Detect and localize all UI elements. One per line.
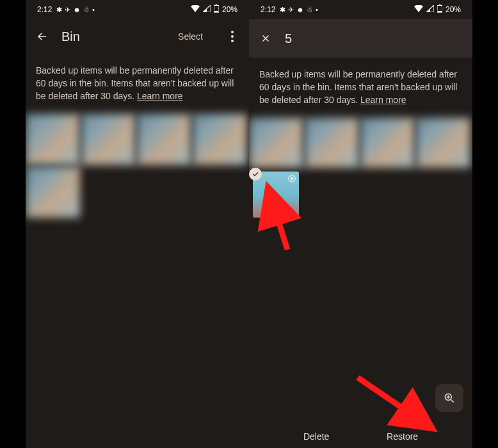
annotation-arrow-to-restore — [351, 371, 441, 438]
zoom-in-button[interactable] — [435, 384, 463, 412]
svg-rect-1 — [215, 4, 217, 6]
photo-thumb[interactable] — [193, 114, 247, 165]
status-time: 2:12 — [37, 5, 52, 14]
check-icon — [249, 168, 262, 180]
photo-thumb[interactable] — [26, 114, 80, 165]
info-banner: Backed up items will be permanently dele… — [26, 54, 249, 114]
learn-more-link[interactable]: Learn more — [137, 91, 183, 101]
battery-pct: 20% — [222, 5, 237, 14]
photo-thumb[interactable] — [26, 166, 80, 218]
svg-rect-8 — [438, 11, 442, 12]
photo-thumb[interactable] — [137, 114, 191, 165]
play-icon — [287, 174, 296, 186]
learn-more-link[interactable]: Learn more — [360, 95, 406, 105]
selection-top-bar: 5 — [249, 19, 472, 58]
select-button[interactable]: Select — [178, 31, 203, 42]
dot-icon: • — [316, 6, 318, 14]
svg-point-3 — [231, 31, 234, 33]
battery-icon — [214, 4, 219, 15]
battery-pct: 20% — [446, 5, 461, 14]
photo-grid — [249, 118, 472, 218]
status-bar: 2:12 ✱ ✈ ☻ ☃ • 20% — [26, 0, 249, 19]
telegram-icon: ✈ — [288, 6, 294, 14]
snowman-icon: ☃ — [307, 6, 313, 14]
info-banner: Backed up items will be permanently dele… — [249, 58, 472, 118]
right-padding — [472, 0, 498, 448]
page-title: Bin — [61, 29, 166, 44]
dot-icon: • — [92, 6, 95, 14]
face-icon: ☻ — [296, 6, 304, 14]
photo-thumb[interactable] — [360, 118, 415, 168]
battery-icon — [437, 4, 442, 15]
photo-thumb[interactable] — [305, 118, 359, 168]
phone-right: 2:12 ✱ ✈ ☻ ☃ • 20% 5 — [249, 0, 472, 448]
signal-icon — [426, 5, 434, 14]
photo-grid — [26, 114, 249, 218]
svg-rect-2 — [214, 11, 218, 12]
bottom-action-bar: Delete Restore — [249, 431, 472, 442]
status-bar: 2:12 ✱ ✈ ☻ ☃ • 20% — [249, 0, 472, 19]
close-icon[interactable] — [258, 31, 273, 46]
selection-count: 5 — [285, 31, 463, 46]
snowman-icon: ☃ — [83, 6, 90, 14]
restore-button[interactable]: Restore — [387, 431, 418, 442]
wifi-icon — [191, 5, 200, 14]
info-text: Backed up items will be permanently dele… — [36, 65, 234, 101]
face-icon: ☻ — [73, 6, 81, 14]
svg-point-5 — [231, 40, 234, 42]
telegram-icon: ✈ — [65, 6, 70, 14]
photo-thumb[interactable] — [416, 118, 470, 168]
slack-icon: ✱ — [56, 6, 62, 14]
status-notif-icons: ✱ ✈ ☻ ☃ • — [56, 6, 94, 14]
status-notif-icons: ✱ ✈ ☻ ☃ • — [280, 6, 317, 14]
more-menu-icon[interactable] — [225, 29, 240, 44]
delete-button[interactable]: Delete — [303, 431, 329, 442]
left-padding — [0, 0, 26, 448]
photo-thumb[interactable] — [81, 114, 136, 165]
wifi-icon — [414, 5, 423, 14]
status-time: 2:12 — [261, 5, 275, 14]
slack-icon: ✱ — [280, 6, 285, 14]
back-arrow-icon[interactable] — [35, 29, 50, 44]
info-text: Backed up items will be permanently dele… — [259, 69, 457, 105]
svg-point-4 — [231, 35, 234, 38]
photo-thumb-selected[interactable] — [253, 172, 299, 218]
svg-rect-7 — [438, 4, 440, 6]
top-bar: Bin Select — [26, 19, 249, 54]
phone-left: 2:12 ✱ ✈ ☻ ☃ • 20% Bin S — [26, 0, 249, 448]
signal-icon — [203, 5, 211, 14]
photo-thumb[interactable] — [249, 118, 303, 168]
